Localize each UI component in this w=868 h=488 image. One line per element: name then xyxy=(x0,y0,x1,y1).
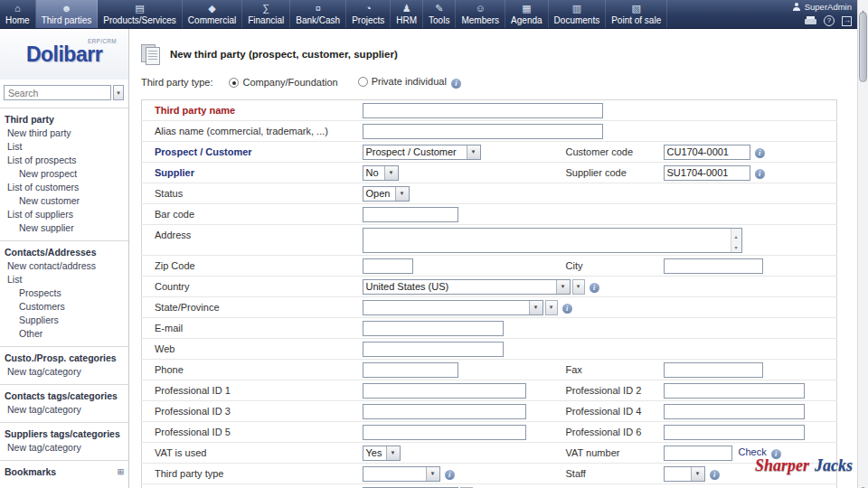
scrollbar-up-icon[interactable] xyxy=(858,1,868,10)
info-icon[interactable] xyxy=(451,79,461,89)
third-party-type-select[interactable] xyxy=(363,466,440,482)
tab-documents[interactable]: ▥Documents xyxy=(549,0,607,28)
supplier-code-input[interactable] xyxy=(664,165,750,181)
tab-hrm[interactable]: ♟HRM xyxy=(391,0,423,28)
supplier-select[interactable]: No xyxy=(363,165,399,181)
page-scrollbar[interactable] xyxy=(857,0,868,488)
logo-erp-crm-label: ERP/CRM xyxy=(88,38,117,44)
bookmarks-add-icon[interactable]: ⊞ xyxy=(117,467,124,476)
info-icon[interactable] xyxy=(590,283,599,293)
sidebar-item-list[interactable]: List xyxy=(0,273,128,286)
logout-icon[interactable] xyxy=(842,16,852,26)
sidebar-item-list-of-suppliers[interactable]: List of suppliers xyxy=(0,208,128,221)
alias-name-input[interactable] xyxy=(363,124,603,139)
address-textarea[interactable] xyxy=(363,228,742,253)
prof-id2-input[interactable] xyxy=(664,383,805,399)
print-icon[interactable] xyxy=(805,16,816,25)
menu-header-contacts-tags-categories[interactable]: Contacts tags/categories xyxy=(0,389,128,403)
fax-input[interactable] xyxy=(664,362,763,378)
tab-members[interactable]: ☺Members xyxy=(456,0,505,28)
scrollbar-thumb[interactable] xyxy=(859,12,867,82)
city-input[interactable] xyxy=(664,258,763,274)
menu-header-custo-prosp-categories[interactable]: Custo./Prosp. categories xyxy=(0,351,128,365)
sidebar-item-new-prospect[interactable]: New prospect xyxy=(0,167,128,181)
radio-private-individual[interactable]: Private individual xyxy=(358,76,461,89)
sidebar-item-new-tag-category[interactable]: New tag/category xyxy=(0,365,128,379)
radio-button[interactable] xyxy=(358,77,368,87)
point-of-sale-icon: ▧ xyxy=(631,3,640,14)
staff-select[interactable] xyxy=(664,466,705,482)
sidebar-item-prospects[interactable]: Prospects xyxy=(0,286,128,300)
logo-area[interactable]: Dolibarr ERP/CRM xyxy=(0,29,128,80)
agenda-icon: ▦ xyxy=(522,3,531,14)
menu-header-third-party[interactable]: Third party xyxy=(0,112,128,127)
row-third-party-name: Third party name xyxy=(142,100,837,121)
tab-financial[interactable]: ∑Financial xyxy=(242,0,290,28)
prospect-customer-select[interactable]: Prospect / Customer xyxy=(363,145,481,160)
sidebar-item-new-supplier[interactable]: New supplier xyxy=(0,221,128,235)
country-combo-button[interactable] xyxy=(572,279,585,295)
info-icon[interactable] xyxy=(445,470,455,480)
vat-number-input[interactable] xyxy=(664,446,732,461)
sidebar-item-new-contact-address[interactable]: New contact/address xyxy=(0,259,128,273)
vat-is-used-select[interactable]: Yes xyxy=(363,446,401,461)
bar-code-input[interactable] xyxy=(363,207,458,222)
menu-header-bookmarks[interactable]: Bookmarks⊞ xyxy=(0,465,128,479)
email-input[interactable] xyxy=(363,321,504,336)
prof-id6-input[interactable] xyxy=(664,425,805,440)
scrollbar-down-icon[interactable] xyxy=(858,478,868,487)
tab-bank-cash[interactable]: ¤Bank/Cash xyxy=(290,0,346,28)
tab-tools[interactable]: ✎Tools xyxy=(423,0,456,28)
search-input[interactable] xyxy=(4,85,111,100)
row-prospect-customer: Prospect / Customer Prospect / Customer … xyxy=(142,142,837,163)
sidebar-item-customers[interactable]: Customers xyxy=(0,300,128,314)
phone-input[interactable] xyxy=(363,362,458,378)
third-party-name-input[interactable] xyxy=(363,103,603,118)
radio-button-checked[interactable] xyxy=(229,78,239,88)
search-dropdown-button[interactable] xyxy=(113,85,124,100)
prof-id5-input[interactable] xyxy=(363,425,526,440)
prof-id1-input[interactable] xyxy=(363,383,526,399)
sidebar-item-new-third-party[interactable]: New third party xyxy=(0,127,128,140)
sidebar-item-new-customer[interactable]: New customer xyxy=(0,194,128,208)
sidebar-item-list[interactable]: List xyxy=(0,140,128,154)
sidebar-item-new-tag-category[interactable]: New tag/category xyxy=(0,403,128,417)
tab-home[interactable]: ⌂Home xyxy=(0,0,36,28)
info-icon[interactable] xyxy=(710,470,720,480)
tab-products-services[interactable]: ▤Products/Services xyxy=(98,0,183,28)
tab-agenda[interactable]: ▦Agenda xyxy=(505,0,548,28)
customer-code-input[interactable] xyxy=(664,145,750,160)
prof-id3-input[interactable] xyxy=(363,404,526,419)
sidebar-item-new-tag-category[interactable]: New tag/category xyxy=(0,441,128,455)
zip-code-input[interactable] xyxy=(363,258,413,274)
tab-commercial[interactable]: ◆Commercial xyxy=(183,0,242,28)
info-icon[interactable] xyxy=(562,304,572,314)
prof-id4-input[interactable] xyxy=(664,404,805,419)
tab-label: Third parties xyxy=(42,15,92,25)
state-combo-button[interactable] xyxy=(545,300,558,315)
row-email: E-mail xyxy=(142,318,837,339)
tab-projects[interactable]: ◔Projects xyxy=(346,0,391,28)
phone-label: Phone xyxy=(155,364,184,375)
sidebar-item-suppliers[interactable]: Suppliers xyxy=(0,314,128,327)
menu-header-contacts-addresses[interactable]: Contacts/Addresses xyxy=(0,245,128,259)
sidebar-item-list-of-customers[interactable]: List of customers xyxy=(0,181,128,194)
logged-user[interactable]: SuperAdmin xyxy=(793,2,852,12)
info-icon[interactable] xyxy=(755,148,765,158)
info-icon[interactable] xyxy=(755,169,765,179)
state-province-select[interactable] xyxy=(363,300,543,315)
third-party-type-row: Third party type: Company/Foundation Pri… xyxy=(141,76,857,89)
help-icon[interactable] xyxy=(824,15,835,26)
web-input[interactable] xyxy=(363,342,504,357)
country-select[interactable]: United States (US) xyxy=(363,279,571,295)
menu-header-suppliers-tags-categories[interactable]: Suppliers tags/categories xyxy=(0,427,128,441)
chevron-down-icon xyxy=(556,280,570,294)
sidebar-item-other[interactable]: Other xyxy=(0,327,128,341)
textarea-scrollbar[interactable] xyxy=(731,229,741,252)
tab-third-parties[interactable]: ☻Third parties xyxy=(36,0,99,28)
tab-point-of-sale[interactable]: ▧Point of sale xyxy=(606,0,667,28)
status-select[interactable]: Open xyxy=(363,186,410,202)
radio-company-foundation[interactable]: Company/Foundation xyxy=(229,77,337,88)
sidebar-item-list-of-prospects[interactable]: List of prospects xyxy=(0,154,128,167)
web-label: Web xyxy=(155,343,175,354)
